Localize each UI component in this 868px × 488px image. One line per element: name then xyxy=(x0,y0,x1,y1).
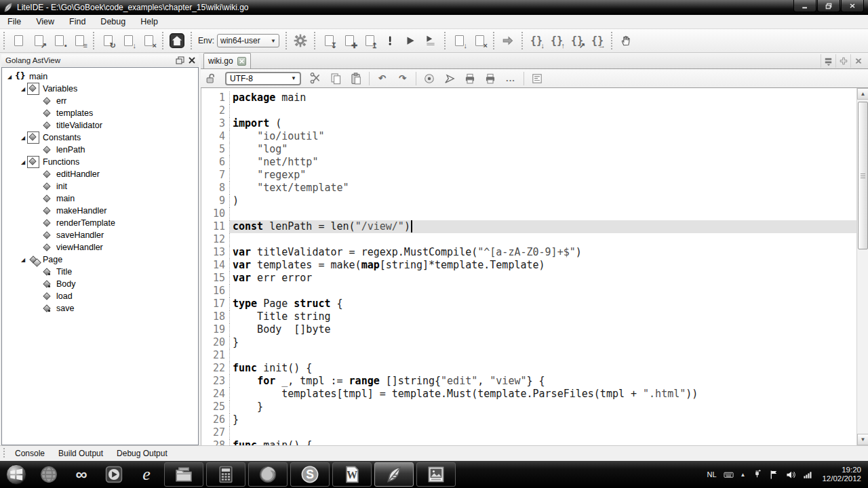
tree-item-makeHandler[interactable]: makeHandler xyxy=(2,205,198,217)
taskbar-photo-viewer[interactable] xyxy=(416,462,456,487)
undo-icon[interactable]: ↶ xyxy=(374,70,391,87)
taskbar-skype[interactable]: S xyxy=(290,462,330,487)
code-line-24[interactable]: 24 templates[tmpl] = template.Must(templ… xyxy=(201,388,856,401)
paste-icon[interactable] xyxy=(347,70,365,87)
code-line-5[interactable]: 5 "log" xyxy=(201,143,856,156)
taskbar-start-button[interactable]: , xyxy=(1,462,31,487)
syntax-check-icon[interactable] xyxy=(381,32,399,49)
tab-list-icon[interactable] xyxy=(821,54,835,68)
code-line-1[interactable]: 1package main xyxy=(201,92,856,104)
power-icon[interactable] xyxy=(752,470,762,480)
tree-expander-icon[interactable]: ◢ xyxy=(20,86,26,92)
taskbar-network-globe[interactable] xyxy=(34,462,64,487)
build-file-icon[interactable]: ✚ xyxy=(340,32,358,49)
run-icon[interactable] xyxy=(401,32,419,49)
cut-icon[interactable] xyxy=(307,70,324,87)
tree-item-titleValidator[interactable]: titleValidator xyxy=(2,119,198,131)
build-package-icon[interactable]: ↧ xyxy=(320,32,338,49)
menu-file[interactable]: File xyxy=(0,16,28,28)
taskbar-app-infinity[interactable]: ∞ xyxy=(66,462,96,487)
tree-item-Functions[interactable]: ◢Functions xyxy=(2,156,198,168)
tree-item-viewHandler[interactable]: viewHandler xyxy=(2,241,198,253)
tree-item-main[interactable]: ◢{}main xyxy=(2,70,198,83)
tree-item-templates[interactable]: templates xyxy=(2,107,198,119)
print-icon[interactable] xyxy=(461,70,479,87)
new-tab-icon[interactable] xyxy=(835,54,850,68)
code-line-18[interactable]: 18 Title string xyxy=(201,310,856,323)
scroll-down-icon[interactable]: ▼ xyxy=(857,434,868,445)
more-dots-icon[interactable]: ... xyxy=(502,70,519,87)
tab-close-icon[interactable] xyxy=(237,57,246,66)
env-select[interactable]: win64-user▼ xyxy=(217,34,279,47)
code-line-22[interactable]: 22func init() { xyxy=(201,362,856,375)
float-panel-icon[interactable] xyxy=(174,56,185,65)
delete-doc-icon[interactable]: × xyxy=(471,32,488,49)
output-tab-build-output[interactable]: Build Output xyxy=(52,447,110,460)
tree-item-main[interactable]: main xyxy=(2,192,198,205)
taskbar-liteide[interactable] xyxy=(374,462,414,487)
language-indicator[interactable]: NL xyxy=(707,470,716,479)
code-line-7[interactable]: 7 "regexp" xyxy=(201,169,856,182)
options-gear-icon[interactable] xyxy=(292,32,309,49)
tree-expander-icon[interactable]: ◢ xyxy=(20,159,26,165)
code-line-2[interactable]: 2 xyxy=(201,104,856,117)
code-complete-braces-icon[interactable]: {}↓ xyxy=(528,32,545,49)
unlock-icon[interactable] xyxy=(202,70,220,87)
close-panel-icon[interactable] xyxy=(186,56,197,65)
code-line-4[interactable]: 4 "io/ioutil" xyxy=(201,130,856,143)
close-all-files-icon[interactable]: × xyxy=(140,32,157,49)
code-line-3[interactable]: 3import ( xyxy=(201,117,856,130)
tree-expander-icon[interactable]: ◢ xyxy=(6,74,13,80)
code-line-21[interactable]: 21 xyxy=(201,349,856,362)
show-hidden-icons[interactable]: ▲ xyxy=(741,472,746,478)
scrollbar-thumb[interactable] xyxy=(858,102,868,249)
tree-item-Variables[interactable]: ◢Variables xyxy=(2,83,198,95)
tree-item-Page[interactable]: ◢Page xyxy=(2,253,198,266)
open-file-icon[interactable]: ↗ xyxy=(30,32,47,49)
minimize-button[interactable] xyxy=(793,0,816,12)
format-code-braces-icon[interactable]: {}↑ xyxy=(548,32,566,49)
taskbar-internet-explorer[interactable]: e xyxy=(132,462,161,487)
new-file-icon[interactable] xyxy=(9,32,27,49)
code-line-6[interactable]: 6 "net/http" xyxy=(201,156,856,169)
taskbar-media-player[interactable] xyxy=(99,462,129,487)
editor-scrollbar[interactable]: ▲ ▼ xyxy=(856,88,868,445)
fold-code-braces-icon[interactable]: {}↗ xyxy=(568,32,586,49)
tree-item-saveHandler[interactable]: saveHandler xyxy=(2,229,198,241)
close-tab-icon[interactable] xyxy=(850,54,865,68)
code-line-20[interactable]: 20} xyxy=(201,336,856,349)
insert-snippet-doc-icon[interactable]: ↓ xyxy=(450,32,468,49)
code-line-12[interactable]: 12 xyxy=(201,233,856,246)
print-preview-icon[interactable] xyxy=(481,70,499,87)
taskbar-firefox[interactable] xyxy=(248,462,288,487)
tree-item-editHandler[interactable]: editHandler xyxy=(2,168,198,180)
menu-find[interactable]: Find xyxy=(62,16,93,28)
jump-to-declaration-icon[interactable] xyxy=(499,32,517,49)
code-editor[interactable]: 1package main23import (4 "io/ioutil"5 "l… xyxy=(201,88,856,445)
reload-file-icon[interactable]: ↻ xyxy=(99,32,117,49)
taskbar-file-explorer[interactable] xyxy=(164,462,203,487)
code-line-28[interactable]: 28func main() { xyxy=(201,439,856,445)
symbol-nav-icon[interactable] xyxy=(420,70,438,87)
tree-item-Body[interactable]: Body xyxy=(2,278,198,290)
clock[interactable]: 19:2012/02/2012 xyxy=(822,466,861,483)
save-all-icon[interactable]: ≡ xyxy=(71,32,88,49)
code-line-26[interactable]: 26} xyxy=(201,413,856,426)
volume-icon[interactable] xyxy=(786,470,796,480)
tree-item-err[interactable]: err xyxy=(2,95,198,107)
pan-hand-icon[interactable] xyxy=(617,32,635,49)
network-signal-icon[interactable] xyxy=(803,470,813,480)
taskbar-calculator[interactable] xyxy=(206,462,245,487)
home-icon[interactable] xyxy=(168,32,186,49)
code-line-25[interactable]: 25 } xyxy=(201,401,856,413)
code-line-9[interactable]: 9) xyxy=(201,195,856,207)
scroll-up-icon[interactable]: ▲ xyxy=(857,88,868,100)
code-line-11[interactable]: 11const lenPath = len("/view/") xyxy=(201,220,856,233)
redo-icon[interactable]: ↷ xyxy=(394,70,412,87)
unfold-code-braces-icon[interactable]: {}→ xyxy=(589,32,606,49)
build-install-icon[interactable]: ↥ xyxy=(361,32,378,49)
code-line-16[interactable]: 16 xyxy=(201,285,856,298)
code-line-14[interactable]: 14var templates = make(map[string]*templ… xyxy=(201,259,856,272)
menu-view[interactable]: View xyxy=(28,16,62,28)
tab-wiki-go[interactable]: wiki.go xyxy=(203,53,251,68)
